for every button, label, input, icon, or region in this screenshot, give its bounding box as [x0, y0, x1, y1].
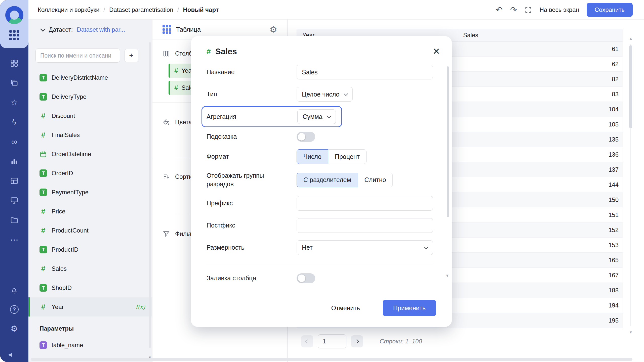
- quick-actions-icon[interactable]: ϟ: [8, 116, 21, 128]
- table-chart-icon[interactable]: [163, 25, 171, 34]
- type-label: Тип: [207, 90, 297, 99]
- page-number-input[interactable]: [318, 334, 346, 348]
- topbar: Коллекции и воркбуки / Dataset parametri…: [28, 0, 644, 20]
- type-select[interactable]: Целое число: [297, 87, 353, 102]
- chevron-down-icon[interactable]: [40, 26, 46, 32]
- aggregation-row: Агрегация Сумма: [202, 106, 433, 127]
- prev-page-button[interactable]: [301, 335, 313, 347]
- save-button[interactable]: Сохранить: [587, 3, 633, 17]
- scroll-up-icon[interactable]: ▲: [629, 36, 633, 40]
- help-icon[interactable]: ?: [8, 303, 21, 316]
- datalens-logo[interactable]: [5, 6, 23, 24]
- fullscreen-label[interactable]: На весь экран: [540, 6, 579, 13]
- undo-icon[interactable]: ↶: [496, 6, 503, 14]
- column-header-sales: Sales: [458, 29, 623, 41]
- storage-icon[interactable]: [8, 214, 21, 226]
- field-item-DeliveryDistrictName[interactable]: TDeliveryDistrictName: [28, 68, 152, 87]
- charts-icon[interactable]: [8, 155, 21, 167]
- datasets-icon[interactable]: [8, 174, 21, 187]
- fields-scrollbar[interactable]: [149, 42, 151, 348]
- collapse-sidebar-icon[interactable]: ◀: [0, 351, 12, 357]
- field-item-table_name[interactable]: Ttable_name: [28, 336, 152, 355]
- column-fill-toggle[interactable]: [297, 273, 315, 283]
- field-item-OrderID[interactable]: TOrderID: [28, 164, 152, 183]
- field-item-ProductCount[interactable]: #ProductCount: [28, 221, 152, 240]
- field-name: Sales: [52, 265, 67, 272]
- field-item-FinalSales[interactable]: #FinalSales: [28, 125, 152, 145]
- add-field-button[interactable]: +: [125, 49, 138, 62]
- breadcrumb-workbook[interactable]: Dataset parametrisation: [109, 6, 173, 13]
- number-field-icon: #: [39, 208, 47, 215]
- sales-cell: 151: [458, 207, 623, 222]
- breadcrumb-separator: /: [103, 6, 105, 13]
- field-item-Price[interactable]: #Price: [28, 202, 152, 221]
- name-input[interactable]: [297, 65, 433, 79]
- number-field-icon: #: [39, 265, 47, 273]
- dimension-select[interactable]: Нет: [297, 240, 433, 255]
- format-option-percent[interactable]: Процент: [328, 149, 367, 164]
- sales-cell: 153: [458, 238, 623, 252]
- sales-cell: 136: [458, 147, 623, 162]
- sales-cell: 135: [458, 132, 623, 147]
- field-name: PaymentType: [52, 189, 89, 196]
- field-item-Discount[interactable]: #Discount: [28, 106, 152, 125]
- columns-icon: [163, 50, 170, 57]
- field-item-ShopID[interactable]: TShopID: [28, 278, 152, 297]
- postfix-input[interactable]: [297, 218, 433, 233]
- sales-cell: 61: [458, 41, 623, 56]
- field-name: table_name: [52, 342, 83, 349]
- chart-settings-gear-icon[interactable]: ⚙: [270, 25, 277, 34]
- dialog-scrollbar-thumb[interactable]: [447, 66, 449, 217]
- fullscreen-icon[interactable]: [525, 6, 532, 14]
- notifications-icon[interactable]: [8, 284, 21, 297]
- cancel-button[interactable]: Отменить: [323, 300, 369, 316]
- apply-button[interactable]: Применить: [383, 300, 436, 316]
- scroll-down-icon[interactable]: ▼: [629, 330, 633, 334]
- dataset-header[interactable]: Датасет: Dataset with par...: [28, 20, 152, 39]
- field-item-OrderDatetime[interactable]: OrderDatetime: [28, 145, 152, 164]
- horizontal-scrollbar[interactable]: [31, 358, 632, 361]
- aggregation-label: Агрегация: [207, 113, 297, 120]
- breadcrumb-collections[interactable]: Коллекции и воркбуки: [38, 6, 99, 13]
- aggregation-select[interactable]: Сумма: [297, 109, 336, 124]
- digit-groups-option-separator[interactable]: С разделителем: [297, 173, 358, 187]
- breadcrumb-separator: /: [177, 6, 179, 13]
- settings-gear-icon[interactable]: ⚙: [8, 322, 21, 335]
- app-window: ☆ ϟ ∞ ⋯ ? ⚙ ◀: [0, 0, 644, 362]
- sales-cell: 152: [458, 222, 623, 237]
- dialog-footer: Отменить Применить: [191, 289, 452, 327]
- search-input[interactable]: [35, 49, 120, 63]
- close-icon[interactable]: ×: [433, 45, 440, 57]
- digit-groups-option-plain[interactable]: Слитно: [358, 173, 393, 187]
- dataset-name-link[interactable]: Dataset with par...: [77, 26, 125, 33]
- column-fill-row: Заливка столбца: [207, 273, 433, 283]
- connections-icon[interactable]: ∞: [8, 135, 21, 148]
- field-item-ProductID[interactable]: TProductID: [28, 240, 152, 259]
- prefix-input[interactable]: [297, 196, 433, 211]
- redo-icon[interactable]: ↷: [510, 6, 517, 14]
- format-segmented: Число Процент: [297, 149, 367, 164]
- format-option-number[interactable]: Число: [297, 149, 328, 164]
- sales-cell: 104: [458, 102, 623, 117]
- dialog-scroll-down-icon[interactable]: ▼: [445, 274, 449, 278]
- string-field-icon: T: [39, 246, 47, 253]
- more-icon[interactable]: ⋯: [8, 233, 21, 246]
- field-item-DeliveryType[interactable]: TDeliveryType: [28, 87, 152, 106]
- chart-type-title[interactable]: Таблица: [176, 26, 201, 33]
- field-name: FinalSales: [52, 131, 80, 139]
- favorites-icon[interactable]: ☆: [8, 96, 21, 109]
- dialog-body: Название Тип Целое число Агрегация Сумма: [191, 60, 452, 289]
- hint-toggle[interactable]: [297, 132, 315, 142]
- chevron-down-icon: [327, 114, 331, 118]
- field-item-Sales[interactable]: #Sales: [28, 259, 152, 278]
- field-item-Year[interactable]: #Yearf(x): [28, 297, 152, 316]
- dashboards-icon[interactable]: [8, 57, 21, 69]
- next-page-button[interactable]: [351, 335, 363, 347]
- apps-grid-icon[interactable]: [9, 30, 19, 40]
- collections-icon[interactable]: [8, 76, 21, 89]
- monitoring-icon[interactable]: [8, 194, 21, 207]
- type-row: Тип Целое число: [207, 87, 433, 102]
- scrollbar-thumb[interactable]: [629, 45, 632, 128]
- sales-cell: 144: [458, 177, 623, 192]
- field-item-PaymentType[interactable]: TPaymentType: [28, 183, 152, 202]
